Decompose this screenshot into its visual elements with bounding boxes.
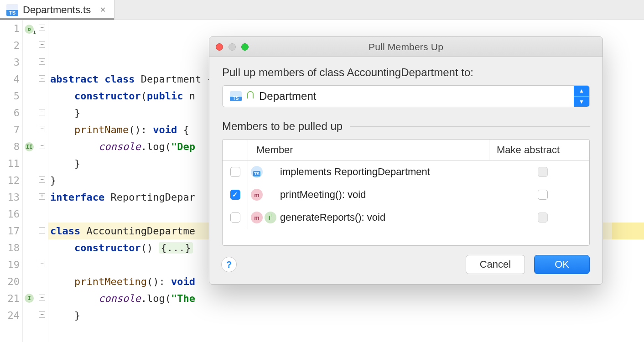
member-include-checkbox[interactable]: [230, 167, 240, 177]
member-label: generateReports(): void: [280, 212, 489, 223]
make-abstract-checkbox[interactable]: [538, 190, 548, 200]
target-class-combo[interactable]: TS Department: [222, 85, 590, 107]
chevron-up-icon[interactable]: [574, 86, 589, 97]
help-button[interactable]: ?: [221, 257, 237, 272]
unlock-icon: [247, 91, 254, 98]
target-class-value: Department: [259, 90, 316, 103]
code-line[interactable]: console.log("The: [50, 290, 644, 307]
line-number: 20: [0, 273, 20, 290]
line-number: 16: [0, 206, 20, 223]
make-abstract-checkbox: [538, 212, 548, 223]
line-number: 8: [0, 138, 20, 155]
line-number: 7: [0, 121, 20, 138]
dialog-prompt: Pull up members of class AccountingDepar…: [222, 66, 590, 79]
ts-file-icon: TS: [6, 4, 18, 16]
fold-collapse-icon[interactable]: [39, 295, 45, 301]
fold-collapse-icon[interactable]: [39, 75, 45, 82]
line-number: 19: [0, 256, 20, 273]
fold-collapse-icon[interactable]: [39, 58, 45, 65]
member-include-checkbox[interactable]: [230, 212, 240, 223]
cancel-label: Cancel: [480, 259, 511, 270]
line-number: 5: [0, 88, 20, 104]
fold-collapse-icon[interactable]: [39, 143, 45, 149]
line-number: 1: [0, 20, 20, 37]
tab-departments[interactable]: TS Departments.ts ✕: [0, 0, 114, 20]
pull-members-up-dialog: Pull Members Up Pull up members of class…: [209, 36, 603, 285]
member-row[interactable]: mprintMeeting(): void: [223, 183, 589, 206]
section-label-text: Members to be pulled up: [222, 120, 343, 133]
line-number: 24: [0, 307, 20, 324]
member-row[interactable]: TSimplements ReportingDepartment: [223, 161, 589, 183]
fold-collapse-icon[interactable]: [39, 311, 45, 318]
col-abstract-header: Make abstract: [489, 140, 589, 160]
fold-collapse-icon[interactable]: [39, 261, 45, 267]
ts-interface-icon: TS: [251, 166, 263, 178]
line-number: 4: [0, 71, 20, 88]
line-number: 13: [0, 189, 20, 206]
line-number: 11: [0, 155, 20, 172]
chevron-down-icon[interactable]: [574, 97, 589, 107]
fold-collapse-icon[interactable]: [39, 227, 45, 233]
line-number: 6: [0, 104, 20, 121]
line-number: 21: [0, 290, 20, 307]
combo-stepper[interactable]: [574, 86, 589, 107]
fold-column: [37, 20, 48, 342]
change-stripe: [612, 223, 644, 239]
member-include-checkbox[interactable]: [230, 190, 240, 200]
section-members-label: Members to be pulled up: [222, 120, 590, 133]
fold-collapse-icon[interactable]: [39, 25, 45, 31]
members-table: Member Make abstract TSimplements Report…: [222, 139, 590, 246]
ts-class-icon: TS: [230, 91, 242, 101]
section-rule: [350, 126, 590, 127]
line-number: 12: [0, 172, 20, 189]
method-icon: m: [251, 189, 263, 201]
fold-expand-icon[interactable]: [39, 193, 45, 200]
ok-label: OK: [555, 259, 569, 270]
line-number: 3: [0, 54, 20, 71]
code-line[interactable]: }: [50, 307, 644, 324]
file-tab-label: Departments.ts: [23, 4, 91, 16]
implements-gutter-icon[interactable]: I: [25, 294, 34, 303]
table-spacer: [223, 229, 589, 245]
close-icon[interactable]: ✕: [100, 5, 106, 14]
dialog-title: Pull Members Up: [209, 41, 602, 52]
member-label: implements ReportingDepartment: [280, 166, 489, 178]
ok-button[interactable]: OK: [534, 255, 590, 274]
fold-collapse-icon[interactable]: [39, 41, 45, 48]
member-label: printMeeting(): void: [280, 189, 489, 201]
code-line[interactable]: [50, 324, 644, 341]
override-gutter-icon[interactable]: o: [25, 25, 34, 34]
make-abstract-checkbox: [538, 167, 548, 177]
line-number: 18: [0, 239, 20, 256]
dialog-titlebar[interactable]: Pull Members Up: [209, 37, 602, 57]
line-number-gutter: 1234567811121316171819202124: [0, 20, 23, 342]
col-checkbox-header: [223, 140, 248, 160]
members-header: Member Make abstract: [223, 140, 589, 161]
cancel-button[interactable]: Cancel: [466, 255, 525, 274]
line-number: 2: [0, 37, 20, 54]
gutter-marks: o I I: [23, 20, 37, 342]
fold-collapse-icon[interactable]: [39, 126, 45, 132]
member-row[interactable]: mI↑generateReports(): void: [223, 206, 589, 229]
dialog-footer: ? Cancel OK: [209, 255, 602, 284]
implements-up-icon: I↑: [265, 212, 276, 223]
method-icon: m: [251, 212, 263, 223]
editor-tab-bar: TS Departments.ts ✕: [0, 0, 644, 20]
interface-gutter-icon[interactable]: I: [25, 142, 34, 151]
fold-collapse-icon[interactable]: [39, 176, 45, 183]
line-number: 17: [0, 223, 20, 239]
col-member-header: Member: [248, 144, 489, 156]
fold-collapse-icon[interactable]: [39, 109, 45, 115]
